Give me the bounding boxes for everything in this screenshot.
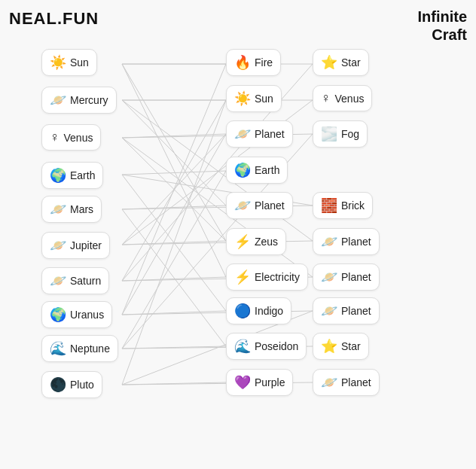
svg-line-7 (122, 206, 226, 209)
card-icon-m-purple: 💜 (234, 374, 251, 391)
card-label-l-neptune: Neptune (70, 343, 110, 355)
card-icon-l-uranus: 🌍 (50, 306, 66, 323)
card-m-zeus[interactable]: ⚡Zeus (226, 228, 286, 255)
card-label-l-mars: Mars (70, 203, 93, 215)
svg-line-28 (122, 134, 226, 245)
card-icon-m-fire: 🔥 (234, 54, 251, 71)
card-m-earth[interactable]: 🌍Earth (226, 157, 288, 184)
card-icon-m-planet6: 🪐 (321, 374, 337, 391)
card-icon-m-poseidon: 🌊 (234, 338, 251, 355)
svg-line-34 (122, 171, 226, 349)
card-label-l-mercury: Mercury (70, 94, 108, 106)
card-label-m-indigo: Indigo (255, 305, 283, 317)
card-icon-l-earth: 🌍 (50, 167, 66, 184)
card-label-m-venus: Venus (335, 93, 365, 105)
card-label-m-star2: Star (341, 340, 361, 352)
card-icon-l-saturn: 🪐 (50, 273, 66, 289)
card-label-m-star1: Star (341, 56, 361, 69)
card-icon-l-neptune: 🌊 (50, 340, 66, 357)
card-m-purple[interactable]: 💜Purple (226, 369, 293, 396)
card-l-saturn[interactable]: 🪐Saturn (41, 267, 109, 294)
card-icon-m-star1: ⭐ (321, 54, 337, 71)
svg-line-11 (122, 277, 226, 281)
svg-line-9 (122, 241, 226, 245)
card-icon-m-sun: ☀️ (234, 90, 251, 107)
card-label-m-zeus: Zeus (255, 236, 278, 248)
svg-line-27 (122, 209, 226, 346)
card-label-l-pluto: Pluto (70, 379, 94, 391)
card-l-mars[interactable]: 🪐Mars (41, 196, 102, 223)
card-label-m-planet2: Planet (255, 199, 285, 212)
card-icon-l-mercury: 🪐 (50, 92, 66, 108)
card-m-venus[interactable]: ♀️Venus (313, 85, 372, 111)
card-m-planet4[interactable]: 🪐Planet (313, 263, 380, 291)
card-m-indigo[interactable]: 🔵Indigo (226, 297, 291, 324)
card-icon-m-star2: ⭐ (321, 338, 337, 355)
card-label-l-uranus: Uranus (70, 309, 104, 321)
card-label-m-planet3: Planet (341, 236, 371, 248)
card-label-m-planet5: Planet (341, 305, 371, 317)
card-icon-m-planet1: 🪐 (234, 126, 251, 142)
card-l-earth[interactable]: 🌍Earth (41, 162, 103, 189)
card-icon-m-electricity: ⚡ (234, 269, 251, 285)
card-l-venus[interactable]: ♀️Venus (41, 124, 101, 151)
card-l-pluto[interactable]: 🌑Pluto (41, 371, 102, 398)
card-icon-m-fog: 🌫️ (321, 126, 337, 142)
card-m-star1[interactable]: ⭐Star (313, 49, 369, 76)
svg-line-13 (122, 311, 226, 315)
card-m-poseidon[interactable]: 🌊Poseidon (226, 333, 307, 360)
card-label-m-earth: Earth (255, 164, 279, 176)
card-icon-l-pluto: 🌑 (50, 376, 66, 393)
card-icon-m-brick: 🧱 (321, 197, 337, 214)
card-label-m-poseidon: Poseidon (255, 340, 298, 352)
card-m-brick[interactable]: 🧱Brick (313, 192, 373, 219)
card-label-l-earth: Earth (70, 169, 95, 181)
card-label-m-purple: Purple (255, 376, 285, 388)
card-m-planet2[interactable]: 🪐Planet (226, 192, 293, 219)
card-label-l-sun: Sun (70, 56, 89, 69)
card-icon-m-indigo: 🔵 (234, 303, 251, 319)
card-label-l-venus: Venus (64, 132, 93, 144)
svg-line-15 (122, 346, 226, 349)
card-label-m-planet4: Planet (341, 271, 371, 283)
svg-line-21 (122, 100, 226, 206)
card-icon-m-planet5: 🪐 (321, 303, 337, 319)
card-label-m-sun: Sun (255, 93, 273, 105)
card-label-m-electricity: Electricity (255, 271, 300, 283)
card-l-sun[interactable]: ☀️Sun (41, 49, 97, 76)
card-m-star2[interactable]: ⭐Star (313, 333, 369, 360)
svg-line-23 (122, 138, 226, 241)
card-label-m-fog: Fog (341, 128, 359, 140)
card-m-planet6[interactable]: 🪐Planet (313, 369, 380, 396)
card-m-electricity[interactable]: ⚡Electricity (226, 263, 308, 291)
card-l-jupiter[interactable]: 🪐Jupiter (41, 232, 110, 259)
header-left: NEAL.FUN (9, 9, 99, 29)
svg-line-4 (122, 134, 226, 138)
card-icon-l-jupiter: 🪐 (50, 237, 66, 254)
svg-line-19 (122, 64, 226, 241)
card-l-mercury[interactable]: 🪐Mercury (41, 87, 117, 114)
card-label-m-brick: Brick (341, 199, 365, 212)
card-icon-l-sun: ☀️ (50, 54, 66, 71)
card-l-neptune[interactable]: 🌊Neptune (41, 335, 118, 362)
svg-line-20 (122, 64, 226, 277)
card-label-m-planet6: Planet (341, 376, 371, 388)
card-l-uranus[interactable]: 🌍Uranus (41, 301, 112, 328)
card-m-planet1[interactable]: 🪐Planet (226, 120, 293, 148)
svg-line-6 (122, 171, 226, 175)
card-icon-m-planet2: 🪐 (234, 197, 251, 214)
svg-line-33 (122, 134, 226, 315)
card-m-planet5[interactable]: 🪐Planet (313, 297, 380, 324)
card-m-sun[interactable]: ☀️Sun (226, 85, 282, 112)
card-icon-l-mars: 🪐 (50, 201, 66, 218)
card-m-fog[interactable]: 🌫️Fog (313, 120, 368, 148)
header-right: InfiniteCraft (417, 8, 467, 44)
card-label-l-saturn: Saturn (70, 275, 101, 287)
svg-line-17 (122, 382, 226, 385)
card-icon-m-zeus: ⚡ (234, 233, 251, 250)
svg-line-26 (122, 175, 226, 311)
card-label-m-fire: Fire (255, 56, 273, 69)
card-icon-m-earth: 🌍 (234, 162, 251, 178)
card-m-fire[interactable]: 🔥Fire (226, 49, 281, 76)
card-m-planet3[interactable]: 🪐Planet (313, 228, 380, 255)
